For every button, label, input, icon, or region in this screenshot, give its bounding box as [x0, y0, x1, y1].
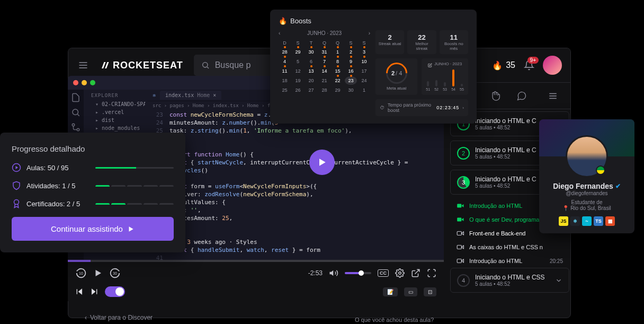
stat-box: 22Melhor streak	[407, 30, 436, 54]
back-link[interactable]: ‹Voltar para o Discover	[85, 314, 153, 321]
files-icon[interactable]	[71, 93, 80, 102]
profile-card: Diego Fernandes ✔ @diegofernandes Estuda…	[539, 119, 634, 233]
svg-marker-13	[319, 159, 326, 165]
svg-marker-28	[461, 218, 463, 221]
calendar-day[interactable]: 24	[358, 76, 370, 85]
calendar-day[interactable]: 12	[292, 67, 304, 75]
atividades-label: Atividades: 1 / 5	[26, 182, 90, 190]
svg-marker-26	[461, 204, 463, 207]
speed-button[interactable]: ▭	[404, 287, 417, 296]
calendar-day[interactable]: 7	[318, 57, 330, 66]
calendar-day[interactable]: 5	[292, 57, 304, 66]
play-button[interactable]	[309, 150, 335, 175]
forward-30-button[interactable]: 30	[109, 267, 121, 279]
file-item[interactable]: node_modules	[86, 124, 145, 132]
calendar-day[interactable]: 18	[279, 76, 291, 85]
boosts-header: 🔥 Boosts	[279, 17, 468, 25]
calendar-day[interactable]: 27	[305, 86, 317, 94]
certificados-label: Certificados: 2 / 5	[26, 200, 90, 208]
list-toggle-icon[interactable]	[548, 91, 558, 101]
video-progress[interactable]	[68, 260, 444, 262]
project-root[interactable]: 02-CRIANDO-SPAS-REACT	[86, 100, 145, 108]
calendar-day[interactable]: 16	[345, 67, 357, 75]
streak-indicator[interactable]: 🔥 35	[492, 60, 515, 71]
calendar-day[interactable]: 17	[358, 67, 370, 75]
calendar-day[interactable]: 2	[345, 48, 357, 56]
transcript-button[interactable]: 📝	[383, 287, 398, 296]
next-boost-timer: ⏱ Tempo para próximo boost 02:23:45 ›	[375, 99, 468, 116]
svg-rect-27	[457, 218, 461, 222]
calendar-day[interactable]: 1	[332, 48, 344, 56]
calendar-day[interactable]: 8	[332, 57, 344, 66]
svg-marker-17	[78, 289, 82, 295]
calendar-day[interactable]: 13	[305, 67, 317, 75]
profile-name: Diego Fernandes ✔	[545, 182, 628, 190]
pin-icon: 📍	[562, 205, 569, 211]
user-avatar[interactable]	[543, 56, 562, 75]
chat-icon[interactable]	[516, 91, 527, 101]
cc-button[interactable]: CC	[378, 269, 389, 277]
svg-point-12	[72, 124, 75, 126]
calendar-day[interactable]: 21	[318, 76, 330, 85]
svg-point-9	[73, 109, 78, 115]
calendar: ‹ JUNHO · 2023 › DSTQQSS2829303112345678…	[279, 30, 370, 116]
edit-icon[interactable]	[428, 63, 432, 67]
play-icon[interactable]	[93, 268, 103, 278]
calendar-day[interactable]: 6	[305, 57, 317, 66]
continue-button[interactable]: Continuar assistindo	[12, 217, 174, 241]
active-tab[interactable]: index.tsx Home ×	[160, 91, 221, 100]
volume-slider[interactable]	[345, 272, 371, 274]
volume-icon[interactable]	[329, 268, 338, 278]
stat-box: 2Streak atual	[375, 30, 404, 54]
certificados-progress	[95, 203, 174, 205]
calendar-day[interactable]: 30	[345, 86, 357, 94]
pip-button[interactable]: ⊡	[424, 287, 436, 296]
calendar-day[interactable]: 31	[318, 48, 330, 56]
goal-ring: 2 / 4 Meta atual	[375, 58, 417, 95]
calendar-day[interactable]: 28	[279, 48, 291, 56]
next-month-button[interactable]: ›	[369, 30, 370, 36]
menu-button[interactable]	[77, 59, 90, 72]
weekly-chart: JUNHO · 2023 5152535455	[422, 58, 468, 95]
prev-month-button[interactable]: ‹	[279, 30, 280, 36]
calendar-day[interactable]: 3	[358, 48, 370, 56]
external-icon[interactable]	[411, 268, 421, 278]
calendar-day[interactable]: 4	[279, 57, 291, 66]
file-item[interactable]: dist	[86, 116, 145, 124]
profile-avatar[interactable]	[566, 135, 608, 178]
next-button[interactable]	[90, 287, 99, 296]
calendar-day[interactable]: 19	[292, 76, 304, 85]
profile-role: Estudante de	[545, 199, 628, 205]
git-icon[interactable]	[71, 122, 80, 132]
file-item[interactable]: .vercel	[86, 108, 145, 116]
calendar-day[interactable]: 25	[279, 86, 291, 94]
lesson-item[interactable]: Introdução ao HTML20:25	[450, 254, 569, 268]
video-controls: 10 30 -2:53 CC 📝 ▭ ⊡	[68, 260, 444, 301]
calendar-day[interactable]: 29	[292, 48, 304, 56]
calendar-day[interactable]: 28	[318, 86, 330, 94]
module-item[interactable]: 4 Iniciando o HTML e CSS 5 aulas • 48:52	[450, 268, 569, 293]
hand-icon[interactable]	[490, 91, 500, 101]
rewind-10-button[interactable]: 10	[75, 267, 87, 279]
progress-card: Progresso detalhado Aulas: 50 / 95 Ativi…	[0, 133, 185, 252]
svg-line-10	[77, 114, 79, 116]
notifications-button[interactable]: 9+	[524, 60, 534, 71]
calendar-day[interactable]: 20	[305, 76, 317, 85]
calendar-day[interactable]: 1	[358, 86, 370, 94]
search-icon[interactable]	[71, 108, 80, 117]
calendar-day[interactable]: 11	[279, 67, 291, 75]
lesson-item[interactable]: As caixas do HTML e CSS n	[450, 240, 569, 254]
calendar-day[interactable]: 9	[345, 57, 357, 66]
calendar-day[interactable]: 15	[332, 67, 344, 75]
calendar-day[interactable]: 23	[345, 76, 357, 85]
settings-icon[interactable]	[395, 268, 405, 278]
prev-button[interactable]	[75, 287, 84, 296]
calendar-day[interactable]: 26	[292, 86, 304, 94]
calendar-day[interactable]: 30	[305, 48, 317, 56]
calendar-day[interactable]: 10	[358, 57, 370, 66]
calendar-day[interactable]: 14	[318, 67, 330, 75]
fullscreen-icon[interactable]	[427, 268, 436, 278]
calendar-day[interactable]: 29	[332, 86, 344, 94]
calendar-day[interactable]: 22	[332, 76, 344, 85]
autoplay-toggle[interactable]	[105, 286, 125, 297]
